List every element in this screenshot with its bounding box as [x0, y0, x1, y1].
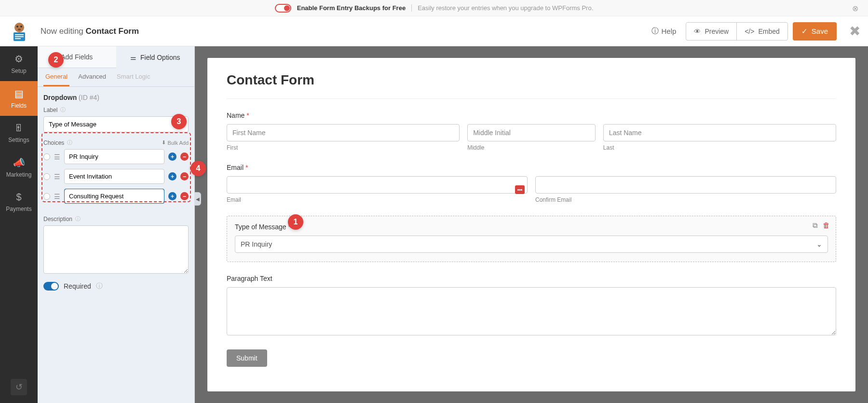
paragraph-textarea[interactable]: [227, 287, 836, 335]
type-of-message-select[interactable]: PR Inquiry ⌄: [235, 236, 828, 253]
svg-rect-5: [15, 34, 24, 35]
wpforms-logo[interactable]: [8, 20, 31, 43]
check-icon: ✓: [801, 27, 808, 36]
name-label: Name *: [227, 111, 836, 119]
fields-icon: ▤: [14, 88, 24, 99]
svg-rect-7: [15, 38, 21, 39]
choice-add-icon[interactable]: +: [168, 192, 176, 200]
email-input[interactable]: [227, 176, 528, 194]
choice-row: ☰ + −: [43, 149, 189, 164]
subtab-smart-logic[interactable]: Smart Logic: [115, 68, 152, 86]
notice-close-icon[interactable]: ⊗: [852, 3, 858, 13]
duplicate-icon[interactable]: ⧉: [813, 221, 818, 230]
delete-icon[interactable]: 🗑: [823, 221, 830, 230]
annotation-callout-4: 4: [190, 161, 206, 176]
confirm-email-input[interactable]: [535, 176, 836, 194]
first-name-input[interactable]: [227, 124, 460, 141]
label-label: Labelⓘ: [43, 106, 189, 113]
nav-payments[interactable]: $ Payments: [0, 185, 38, 219]
help-icon[interactable]: ⓘ: [60, 106, 66, 113]
required-toggle[interactable]: [43, 282, 59, 291]
code-icon: </>: [745, 28, 754, 35]
description-label: Descriptionⓘ: [43, 215, 189, 222]
preview-embed-group: 👁 Preview </> Embed: [686, 22, 787, 41]
choice-input[interactable]: [64, 149, 164, 164]
drag-handle-icon[interactable]: ☰: [54, 173, 60, 180]
choice-remove-icon[interactable]: −: [180, 192, 189, 200]
history-icon[interactable]: ↺: [11, 379, 27, 395]
selected-dropdown-field[interactable]: ⧉ 🗑 Type of Message * PR Inquiry ⌄ 1: [227, 216, 836, 262]
close-builder-icon[interactable]: ✖: [849, 23, 860, 39]
help-icon[interactable]: ⓘ: [96, 282, 103, 291]
email-sublabel: Email: [227, 196, 528, 203]
gear-icon: ⚙: [14, 53, 23, 65]
choice-default-radio[interactable]: [43, 193, 50, 200]
email-label: Email *: [227, 164, 836, 171]
annotation-callout-3: 3: [171, 114, 187, 129]
choice-input[interactable]: [64, 169, 164, 184]
first-sublabel: First: [227, 144, 460, 151]
embed-button[interactable]: </> Embed: [736, 23, 787, 40]
left-nav: ⚙ Setup ▤ Fields 🎚 Settings 📣 Marketing …: [0, 46, 38, 403]
middle-sublabel: Middle: [467, 144, 596, 151]
drag-handle-icon[interactable]: ☰: [54, 193, 60, 200]
paragraph-label: Paragraph Text: [227, 275, 836, 282]
confirm-email-sublabel: Confirm Email: [535, 196, 836, 203]
bulk-add-link[interactable]: ⬇ Bulk Add: [162, 139, 189, 146]
last-name-input[interactable]: [603, 124, 836, 141]
help-link[interactable]: ⓘ Help: [651, 27, 677, 36]
choice-input[interactable]: [64, 189, 164, 204]
megaphone-icon: 📣: [13, 157, 25, 168]
submit-button[interactable]: Submit: [227, 349, 267, 367]
collapse-panel-icon[interactable]: ◀: [194, 192, 201, 206]
sliders-icon: 🎚: [14, 123, 24, 134]
last-sublabel: Last: [603, 144, 836, 151]
middle-initial-input[interactable]: [467, 124, 596, 141]
nav-fields[interactable]: ▤ Fields: [0, 81, 38, 116]
description-textarea[interactable]: [43, 225, 189, 274]
tab-field-options[interactable]: ⚌ Field Options: [116, 46, 195, 68]
save-button[interactable]: ✓ Save: [793, 22, 837, 41]
choice-remove-icon[interactable]: −: [180, 172, 189, 181]
download-icon: ⬇: [162, 139, 166, 146]
header-bar: Now editing Contact Form ⓘ Help 👁 Previe…: [0, 16, 868, 46]
nav-marketing[interactable]: 📣 Marketing: [0, 150, 38, 185]
nav-setup[interactable]: ⚙ Setup: [0, 46, 38, 81]
annotation-callout-2: 2: [48, 52, 64, 68]
svg-point-3: [18, 28, 21, 30]
notice-subtitle: Easily restore your entries when you upg…: [411, 4, 593, 12]
label-input[interactable]: [43, 116, 189, 132]
nav-settings[interactable]: 🎚 Settings: [0, 116, 38, 150]
backup-toggle[interactable]: [275, 4, 291, 13]
eye-icon: 👁: [694, 28, 701, 35]
preview-button[interactable]: 👁 Preview: [686, 23, 736, 40]
help-icon: ⓘ: [651, 27, 659, 36]
options-icon: ⚌: [130, 54, 136, 61]
svg-point-0: [14, 23, 24, 32]
form-canvas: Contact Form Name * First Middle Last: [207, 58, 855, 391]
subtab-general[interactable]: General: [43, 68, 69, 86]
subtab-advanced[interactable]: Advanced: [76, 68, 108, 86]
field-heading: Dropdown (ID #4): [38, 87, 194, 106]
choice-default-radio[interactable]: [43, 173, 50, 180]
choice-default-radio[interactable]: [43, 153, 50, 160]
help-icon[interactable]: ⓘ: [75, 215, 81, 222]
dollar-icon: $: [16, 192, 21, 203]
top-notice-bar: Enable Form Entry Backups for Free Easil…: [0, 0, 868, 16]
annotation-callout-1: 1: [288, 214, 303, 230]
type-of-message-label: Type of Message: [235, 223, 286, 231]
choices-label: Choices: [43, 139, 64, 146]
required-label: Required: [64, 282, 91, 290]
form-preview-area: Contact Form Name * First Middle Last: [195, 46, 868, 403]
choice-remove-icon[interactable]: −: [180, 153, 189, 161]
form-title[interactable]: Contact Form: [227, 72, 836, 99]
chevron-down-icon: ⌄: [816, 240, 822, 248]
choice-row: ☰ + −: [43, 189, 189, 204]
field-options-panel: Add Fields ⚌ Field Options General Advan…: [38, 46, 195, 403]
drag-handle-icon[interactable]: ☰: [54, 153, 60, 160]
help-icon[interactable]: ⓘ: [67, 139, 72, 146]
choice-add-icon[interactable]: +: [168, 153, 176, 161]
svg-point-2: [20, 26, 22, 28]
password-manager-icon[interactable]: •••: [515, 185, 525, 194]
choice-add-icon[interactable]: +: [168, 172, 176, 181]
